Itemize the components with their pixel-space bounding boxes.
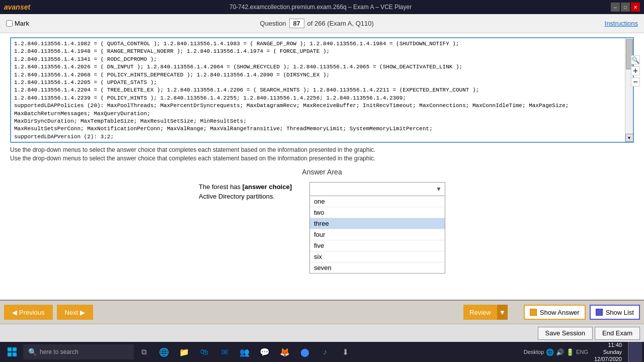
app-logo: avanset (4, 3, 30, 11)
code-line-13: supportedSASLMechanisms (4): GSSAPI; GSS… (14, 141, 630, 142)
windows-logo-icon (8, 347, 17, 356)
previous-button[interactable]: ◀ Previous (4, 305, 53, 320)
teams-icon[interactable]: 👥 (235, 343, 254, 361)
systray: Desktop 🌐 🔊 🔋 ENG (524, 348, 588, 356)
title-bar-left: avanset (4, 3, 30, 11)
edge-icon[interactable]: 🌐 (155, 343, 173, 361)
download-icon[interactable]: ⬇ (336, 343, 354, 361)
question-total: of 266 (Exam A, Q110) (307, 20, 374, 27)
show-desktop-button[interactable] (628, 342, 642, 362)
skype-icon[interactable]: 💬 (256, 343, 274, 361)
header-bar: Mark Question 87 of 266 (Exam A, Q110) I… (0, 14, 644, 33)
svg-rect-0 (8, 347, 12, 351)
header-center: Question 87 of 266 (Exam A, Q110) (260, 19, 374, 28)
show-answer-button[interactable]: Show Answer (524, 305, 586, 320)
music-icon[interactable]: ♪ (316, 343, 334, 361)
dropdown-option-four[interactable]: four (310, 229, 445, 240)
zoom-controls: 🔍 + − (631, 55, 640, 86)
network-icon[interactable]: 🌐 (546, 348, 554, 356)
desktop-label: Desktop (524, 349, 544, 355)
browser-icon2[interactable]: 🦊 (276, 343, 294, 361)
dropdown-option-three[interactable]: three (310, 218, 445, 229)
start-button[interactable] (2, 342, 22, 362)
mark-checkbox[interactable]: Mark (6, 20, 29, 27)
review-button[interactable]: Review (463, 305, 497, 320)
taskbar-clock[interactable]: 11:40 Sunday 12/07/2020 (590, 341, 626, 362)
svg-rect-1 (13, 347, 17, 351)
taskbar-search-placeholder: here to search (40, 348, 78, 355)
zoom-out-button[interactable]: − (631, 77, 640, 86)
instructions-link[interactable]: Instructions (605, 20, 638, 27)
code-line-5: 1.2.840.113556.1.4.2068 = ( POLICY_HINTS… (14, 71, 630, 79)
clock-date: 12/07/2020 (594, 355, 622, 362)
next-button[interactable]: Next ▶ (57, 305, 94, 320)
answer-dropdown-container: ▼ one two three four five six seven (309, 182, 445, 274)
dropdown-arrow-icon: ▼ (436, 186, 442, 193)
answer-area: Answer Area The forest has [answer choic… (10, 168, 634, 274)
dropdown-option-two[interactable]: two (310, 207, 445, 218)
task-view-icon[interactable]: ⧉ (135, 343, 153, 361)
show-list-button[interactable]: Show List (590, 305, 640, 320)
code-line-6: 1.2.840.113556.1.4.2205 = ( UPDATE_STATS… (14, 79, 630, 86)
lang-indicator: ENG (576, 349, 588, 355)
review-dropdown-button[interactable]: ▼ (497, 305, 508, 320)
svg-rect-3 (13, 352, 17, 356)
taskbar: 🔍 here to search ⧉ 🌐 📁 🛍 ✉ 👥 💬 🦊 ⬤ (0, 342, 644, 362)
instruction-text-1: Use the drop-down menus to select the an… (10, 146, 634, 163)
answer-area-title: Answer Area (302, 168, 342, 176)
answer-row: The forest has [answer choice] Active Di… (199, 182, 445, 274)
scrollbar[interactable]: ▼ (625, 38, 633, 142)
mark-label: Mark (15, 20, 29, 27)
clock-day: Sunday (594, 348, 622, 355)
title-bar: avanset 70-742.examcollection.premium.ex… (0, 0, 644, 14)
review-group: Review ▼ (463, 305, 508, 320)
battery-icon[interactable]: 🔋 (566, 348, 574, 356)
mail-icon[interactable]: ✉ (215, 343, 233, 361)
answer-choice-placeholder: [answer choice] (243, 183, 292, 191)
maximize-button[interactable]: □ (621, 3, 630, 12)
scroll-down-arrow[interactable]: ▼ (625, 134, 633, 142)
question-label: Question (260, 20, 286, 27)
save-session-button[interactable]: Save Session (538, 327, 593, 340)
dropdown-list: one two three four five six seven (309, 196, 445, 274)
search-zoom-icon[interactable]: 🔍 (631, 55, 640, 64)
code-line-1: 1.2.840.113556.1.4.1982 = ( QUOTA_CONTRO… (14, 40, 630, 48)
code-line-9: supportedLDAPPolicies (20): MaxPoolThrea… (14, 102, 630, 118)
next-arrow-icon: ▶ (80, 309, 85, 316)
code-line-10: MaxDirSyncDuration; MaxTempTableSize; Ma… (14, 118, 630, 125)
taskbar-search-icon: 🔍 (28, 348, 37, 356)
answer-question: The forest has [answer choice] Active Di… (199, 182, 299, 202)
dropdown-trigger[interactable]: ▼ (309, 182, 445, 196)
zoom-in-button[interactable]: + (631, 66, 640, 75)
minimize-button[interactable]: – (611, 3, 620, 12)
store-icon[interactable]: 🛍 (195, 343, 213, 361)
code-line-12: supportedLDAPVersion (2): 3;2; (14, 133, 630, 141)
taskbar-search[interactable]: 🔍 here to search (23, 344, 134, 359)
clock-time: 11:40 (594, 341, 622, 348)
prev-arrow-icon: ◀ (12, 309, 17, 316)
code-line-8: 1.2.840.113556.1.4.2239 = ( POLICY_HINTS… (14, 95, 630, 102)
mark-checkbox-input[interactable] (6, 20, 13, 27)
code-line-4: 1.2.840.113556.1.4.2026 = ( DN_INPUT ); … (14, 63, 630, 71)
code-line-7: 1.2.840.113556.1.4.2204 = ( TREE_DELETE_… (14, 86, 630, 94)
footer-toolbar: ◀ Previous Next ▶ Review ▼ Show Answer S… (0, 300, 644, 324)
volume-icon[interactable]: 🔊 (556, 348, 564, 356)
show-list-indicator (596, 309, 603, 316)
title-bar-controls[interactable]: – □ ✕ (611, 3, 640, 12)
chrome-icon[interactable]: ⬤ (296, 343, 314, 361)
end-exam-button[interactable]: End Exam (595, 327, 640, 340)
title-bar-title: 70-742.examcollection.premium.exam.266q … (229, 4, 412, 11)
dropdown-option-five[interactable]: five (310, 240, 445, 251)
dropdown-option-one[interactable]: one (310, 196, 445, 207)
dropdown-option-six[interactable]: six (310, 251, 445, 262)
explorer-icon[interactable]: 📁 (175, 343, 193, 361)
dropdown-option-seven[interactable]: seven (310, 262, 445, 273)
close-button[interactable]: ✕ (631, 3, 640, 12)
taskbar-right: Desktop 🌐 🔊 🔋 ENG 11:40 Sunday 12/07/202… (524, 341, 642, 362)
header-left: Mark (6, 20, 29, 27)
code-content: 1.2.840.113556.1.4.1982 = ( QUOTA_CONTRO… (11, 38, 633, 142)
content-wrapper: 1.2.840.113556.1.4.1982 = ( QUOTA_CONTRO… (0, 33, 644, 300)
code-line-2: 1.2.840.113556.1.4.1948 = ( RANGE_RETREV… (14, 48, 630, 55)
question-number: 87 (289, 19, 304, 28)
taskbar-icons: ⧉ 🌐 📁 🛍 ✉ 👥 💬 🦊 ⬤ ♪ ⬇ (135, 343, 354, 361)
